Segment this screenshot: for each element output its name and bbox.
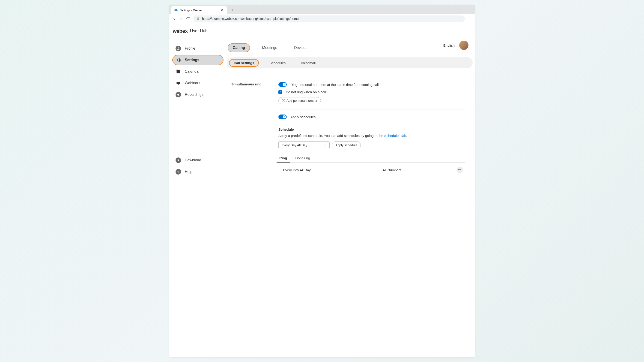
address-bar: 🔒 https://example.webex.com/webappng/sit… — [169, 14, 475, 23]
divider — [278, 109, 465, 109]
sidebar-item-profile[interactable]: Profile — [172, 43, 224, 54]
chevron-down-icon: ⌄ — [324, 143, 326, 147]
row-schedule-name: Every Day All Day — [283, 168, 383, 172]
svg-rect-4 — [177, 70, 180, 71]
schedule-row: Every Day All Day All Numbers ••• — [278, 163, 465, 174]
sidebar-item-label: Profile — [185, 46, 195, 51]
plus-icon: + — [282, 99, 285, 102]
tab-dont-ring[interactable]: Don't ring — [294, 154, 311, 162]
app-header: webex User Hub — [169, 23, 475, 39]
button-label: Apply schedule — [336, 143, 357, 147]
browser-tab-strip: Settings - Webex ✕ + — [169, 5, 475, 14]
simring-description: Ring personal numbers at the same time f… — [290, 83, 380, 87]
svg-rect-6 — [179, 70, 180, 71]
gear-icon — [176, 57, 181, 63]
forward-icon[interactable] — [179, 17, 183, 21]
tab-calling[interactable]: Calling — [228, 43, 250, 52]
apply-schedule-button[interactable]: Apply schedule — [332, 141, 361, 149]
language-selector[interactable]: English — [443, 43, 455, 47]
tab-devices[interactable]: Devices — [289, 43, 312, 52]
schedule-heading: Schedule — [278, 127, 465, 131]
svg-rect-7 — [177, 82, 180, 84]
url-input[interactable]: 🔒 https://example.webex.com/webappng/sit… — [193, 16, 465, 22]
sidebar-item-help[interactable]: ? Help — [172, 167, 224, 177]
sidebar-item-label: Settings — [185, 58, 199, 62]
sidebar-item-webinars[interactable]: Webinars — [172, 78, 224, 88]
primary-tabs: Calling Meetings Devices — [227, 43, 475, 52]
section-title: Simultaneous ring — [231, 82, 278, 174]
sidebar-item-label: Help — [185, 170, 192, 174]
tab-meetings[interactable]: Meetings — [257, 43, 282, 52]
schedules-tab-link[interactable]: Schedules tab — [384, 134, 406, 138]
app-title: User Hub — [190, 29, 208, 34]
sidebar-item-label: Download — [185, 158, 201, 162]
add-personal-number-button[interactable]: + Add personal number — [278, 97, 321, 104]
sidebar-item-label: Calendar — [185, 70, 200, 74]
select-value: Every Day All Day — [282, 143, 307, 147]
webinars-icon — [176, 80, 181, 86]
button-label: Add personal number — [286, 99, 318, 103]
person-icon — [176, 46, 181, 51]
apply-schedules-toggle[interactable]: ✓ — [278, 115, 287, 119]
lock-icon: 🔒 — [196, 17, 200, 20]
schedule-description: Apply a predefined schedule. You can add… — [278, 134, 465, 138]
subtab-schedules[interactable]: Schedules — [265, 59, 290, 67]
do-not-ring-checkbox[interactable]: ✓ — [278, 90, 282, 94]
main-content: English Calling Meetings Devices Call se… — [227, 39, 475, 182]
url-text: https://example.webex.com/webappng/sites… — [202, 17, 299, 21]
svg-point-8 — [178, 94, 179, 96]
new-tab-button[interactable]: + — [229, 7, 236, 14]
subtab-call-settings[interactable]: Call settings — [229, 59, 259, 67]
logo: webex — [173, 28, 188, 34]
close-icon[interactable]: ✕ — [220, 8, 224, 12]
webex-favicon-icon — [174, 8, 178, 12]
simring-toggle[interactable]: ✓ — [278, 82, 287, 87]
svg-point-2 — [178, 47, 179, 49]
sidebar-item-label: Recordings — [185, 93, 204, 97]
simultaneous-ring-panel: Simultaneous ring ✓ Ring personal number… — [227, 76, 472, 181]
secondary-tabs: Call settings Schedules Voicemail — [227, 57, 472, 68]
subtab-voicemail[interactable]: Voicemail — [296, 59, 320, 67]
sidebar-item-download[interactable]: Download — [172, 155, 224, 165]
schedule-select[interactable]: Every Day All Day ⌄ — [278, 141, 330, 149]
calendar-icon — [176, 69, 181, 74]
record-icon — [176, 92, 181, 97]
avatar[interactable] — [459, 41, 468, 50]
apply-schedules-label: Apply schedules — [290, 115, 316, 119]
sidebar: Profile Settings Calendar Webinars Recor… — [169, 39, 227, 182]
sidebar-item-calendar[interactable]: Calendar — [172, 67, 224, 77]
sidebar-item-label: Webinars — [185, 81, 200, 85]
svg-point-1 — [176, 9, 178, 11]
help-icon: ? — [176, 169, 181, 175]
back-icon[interactable] — [172, 17, 176, 21]
chrome-menu-icon[interactable]: ⋮ — [468, 17, 472, 21]
reload-icon[interactable] — [186, 17, 190, 21]
tab-title: Settings - Webex — [180, 9, 218, 12]
svg-rect-5 — [178, 70, 178, 71]
browser-tab[interactable]: Settings - Webex ✕ — [172, 6, 227, 14]
download-icon — [176, 157, 181, 163]
tab-ring[interactable]: Ring — [278, 154, 288, 162]
ring-tabs: Ring Don't ring — [278, 154, 465, 163]
sidebar-item-recordings[interactable]: Recordings — [172, 90, 224, 100]
sidebar-item-settings[interactable]: Settings — [172, 55, 224, 65]
do-not-ring-label: Do not ring when on a call — [286, 90, 326, 94]
row-more-button[interactable]: ••• — [456, 167, 463, 173]
row-numbers: All Numbers — [383, 168, 456, 172]
